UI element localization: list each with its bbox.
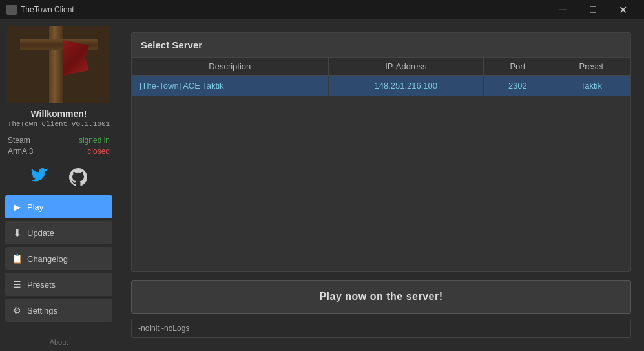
nav-presets-label: Presets [27, 280, 56, 290]
maximize-button[interactable]: □ [578, 0, 608, 19]
nav-update-label: Update [27, 228, 54, 238]
nav-changelog-button[interactable]: 📋 Changelog [5, 247, 112, 270]
main-layout: Willkommen! TheTown Client v0.1.1001 Ste… [0, 19, 644, 351]
github-button[interactable] [67, 165, 90, 189]
play-icon: ▶ [12, 202, 22, 212]
table-header-row: Description IP-Address Port Preset [132, 58, 630, 76]
cell-port: 2302 [484, 76, 552, 96]
launch-params-input[interactable] [131, 319, 631, 338]
col-preset: Preset [552, 58, 630, 76]
nav-play-button[interactable]: ▶ Play [5, 195, 112, 218]
nav-changelog-label: Changelog [27, 254, 68, 264]
cell-preset: Taktik [552, 76, 630, 96]
col-port: Port [484, 58, 552, 76]
play-now-button[interactable]: Play now on the server! [131, 280, 631, 314]
window-controls: ─ □ ✕ [548, 0, 638, 19]
content-area: Select Server Description IP-Address Por… [118, 19, 644, 351]
server-table: Description IP-Address Port Preset [The-… [132, 58, 630, 96]
server-panel-title: Select Server [132, 33, 630, 58]
nav-settings-label: Settings [27, 306, 57, 315]
server-panel: Select Server Description IP-Address Por… [131, 32, 631, 272]
changelog-icon: 📋 [12, 253, 22, 264]
app-icon [6, 5, 17, 15]
settings-icon: ⚙ [12, 305, 22, 315]
steam-value: signed in [79, 136, 110, 145]
cell-description: [The-Town] ACE Taktik [132, 76, 328, 96]
col-description: Description [132, 58, 328, 76]
twitter-button[interactable] [28, 165, 51, 189]
version-text: TheTown Client v0.1.1001 [8, 120, 110, 128]
nav-settings-button[interactable]: ⚙ Settings [5, 299, 112, 322]
presets-icon: ☰ [12, 279, 22, 290]
arma-label: ArmA 3 [8, 147, 33, 156]
title-bar: TheTown Client ─ □ ✕ [0, 0, 644, 19]
sidebar: Willkommen! TheTown Client v0.1.1001 Ste… [0, 19, 118, 351]
nav-play-label: Play [27, 202, 43, 212]
cell-ip: 148.251.216.100 [328, 76, 483, 96]
close-button[interactable]: ✕ [608, 0, 638, 19]
nav-update-button[interactable]: ⬇ Update [5, 221, 112, 244]
welcome-text: Willkommen! [31, 109, 87, 119]
about-link[interactable]: About [50, 334, 68, 346]
bottom-area: Play now on the server! [131, 280, 631, 338]
app-logo [7, 26, 110, 103]
nav-buttons: ▶ Play ⬇ Update 📋 Changelog ☰ Presets ⚙ … [0, 195, 118, 334]
app-title: TheTown Client [21, 5, 548, 14]
minimize-button[interactable]: ─ [548, 0, 578, 19]
steam-status-row: Steam signed in [0, 136, 118, 145]
steam-label: Steam [8, 136, 30, 145]
arma-value: closed [87, 147, 110, 156]
arma-status-row: ArmA 3 closed [0, 147, 118, 156]
col-ip: IP-Address [328, 58, 483, 76]
social-icons [28, 165, 90, 189]
nav-presets-button[interactable]: ☰ Presets [5, 273, 112, 296]
table-row[interactable]: [The-Town] ACE Taktik 148.251.216.100 23… [132, 76, 630, 96]
update-icon: ⬇ [12, 228, 22, 238]
